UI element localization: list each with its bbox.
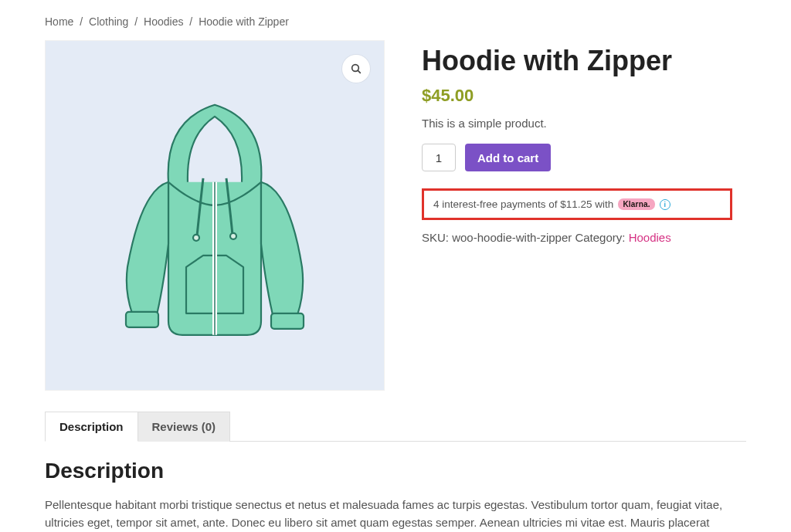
add-to-cart-button[interactable]: Add to cart	[465, 144, 551, 171]
product-price: $45.00	[422, 86, 746, 106]
tab-reviews[interactable]: Reviews (0)	[138, 412, 231, 442]
quantity-input[interactable]: 1	[422, 144, 456, 171]
klarna-badge: Klarna.	[618, 198, 654, 210]
svg-point-7	[230, 233, 236, 239]
product-tabs: Description Reviews (0)	[45, 411, 746, 442]
klarna-text: 4 interest-free payments of $11.25 with	[433, 198, 613, 210]
breadcrumb: Home / Clothing / Hoodies / Hoodie with …	[45, 15, 746, 28]
svg-rect-2	[126, 312, 158, 327]
description-panel: Description Pellentesque habitant morbi …	[45, 442, 746, 532]
svg-rect-3	[271, 313, 304, 329]
svg-point-6	[193, 235, 199, 241]
product-gallery[interactable]	[45, 40, 385, 391]
info-icon[interactable]: i	[660, 199, 670, 210]
product-short-description: This is a simple product.	[422, 117, 746, 130]
svg-line-1	[358, 70, 360, 73]
zoom-button[interactable]	[342, 55, 370, 83]
product-title: Hoodie with Zipper	[422, 45, 746, 76]
breadcrumb-sep: /	[189, 15, 192, 28]
sku-label: SKU:	[422, 231, 449, 244]
klarna-message: 4 interest-free payments of $11.25 with …	[422, 188, 732, 220]
breadcrumb-sep: /	[134, 15, 137, 28]
category-label: Category:	[575, 231, 625, 244]
category-link[interactable]: Hoodies	[629, 231, 671, 244]
description-body: Pellentesque habitant morbi tristique se…	[45, 496, 746, 532]
breadcrumb-clothing[interactable]: Clothing	[89, 15, 128, 28]
breadcrumb-current: Hoodie with Zipper	[199, 15, 289, 28]
breadcrumb-sep: /	[80, 15, 83, 28]
search-icon	[350, 63, 362, 75]
sku-value: woo-hoodie-with-zipper	[452, 231, 572, 244]
breadcrumb-hoodies[interactable]: Hoodies	[144, 15, 183, 28]
product-image	[95, 90, 334, 352]
product-meta: SKU: woo-hoodie-with-zipper Category: Ho…	[422, 231, 746, 244]
description-heading: Description	[45, 459, 746, 483]
tab-description[interactable]: Description	[45, 412, 138, 442]
breadcrumb-home[interactable]: Home	[45, 15, 73, 28]
